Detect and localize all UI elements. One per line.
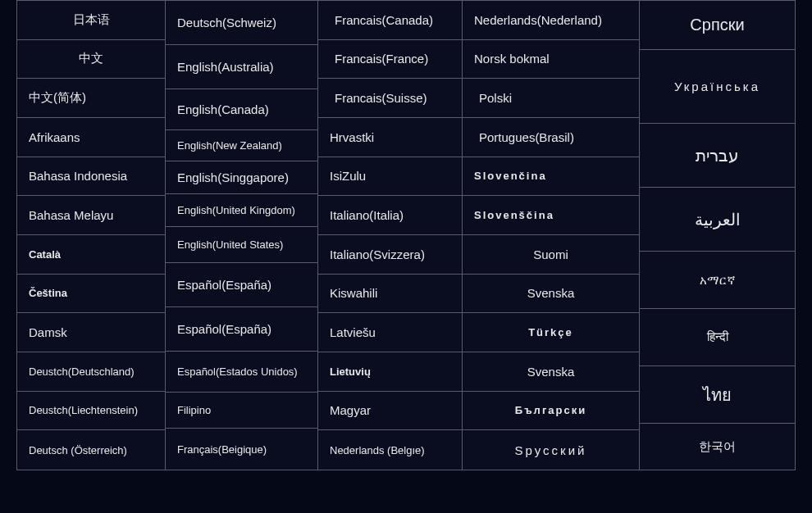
language-option[interactable]: Francais(France) — [318, 40, 462, 79]
language-option[interactable]: Français(Beigique) — [166, 429, 317, 470]
language-option[interactable]: Norsk bokmal — [463, 40, 639, 79]
language-option[interactable]: English(United States) — [166, 227, 317, 263]
language-option[interactable]: Kiswahili — [318, 275, 462, 314]
language-option[interactable]: Damsk — [17, 313, 165, 352]
language-option[interactable]: Čeština — [17, 275, 165, 314]
language-option[interactable]: Deutsch(Schweiz) — [166, 1, 317, 45]
language-option[interactable]: Filipino — [166, 393, 317, 429]
language-option[interactable]: Francais(Suisse) — [318, 79, 462, 118]
language-option[interactable]: Francais(Canada) — [318, 1, 462, 40]
language-option[interactable]: 中文(简体) — [17, 79, 165, 118]
language-column-3: Francais(Canada)Francais(France)Francais… — [318, 1, 463, 470]
language-option[interactable]: Sрусский — [463, 430, 639, 470]
language-option[interactable]: 中文 — [17, 40, 165, 79]
language-option[interactable]: English(United Kingdom) — [166, 194, 317, 227]
language-option[interactable]: Slovenčina — [463, 157, 639, 197]
language-column-4: Nederlands(Nederland)Norsk bokmalPolskiP… — [463, 1, 640, 470]
language-option[interactable]: Lietuvių — [318, 352, 462, 392]
language-option[interactable]: English(Australia) — [166, 45, 317, 89]
language-option[interactable]: Українська — [640, 50, 795, 124]
language-option[interactable]: Español(España) — [166, 263, 317, 307]
language-option[interactable]: Türkçe — [463, 313, 639, 352]
language-option[interactable]: Bahasa Indonesia — [17, 157, 165, 197]
language-option[interactable]: Italiano(Svizzera) — [318, 235, 462, 275]
language-option[interactable]: Català — [17, 235, 165, 275]
language-option[interactable]: Español(Estados Unidos) — [166, 352, 317, 393]
language-column-2: Deutsch(Schweiz)English(Australia)Englis… — [166, 1, 318, 470]
language-option[interactable]: Deutsch (Österreich) — [17, 430, 165, 470]
language-option[interactable]: Svenska — [463, 352, 639, 392]
language-option[interactable]: العربية — [640, 188, 795, 252]
language-option[interactable]: Svenska — [463, 275, 639, 314]
language-option[interactable]: Latviešu — [318, 313, 462, 352]
language-option[interactable]: English(Canada) — [166, 89, 317, 130]
language-selection-panel: 日本语中文中文(简体)AfrikaansBahasa IndonesiaBaha… — [0, 0, 812, 470]
language-option[interactable]: ไทย — [640, 366, 795, 424]
language-option[interactable]: Magyar — [318, 392, 462, 431]
language-option[interactable]: Suomi — [463, 235, 639, 275]
language-option[interactable]: Español(España) — [166, 307, 317, 352]
language-option[interactable]: Bahasa Melayu — [17, 196, 165, 235]
language-column-5: СрпскиУкраїнськаעבריתالعربيةአማርኛहिन्दीไท… — [640, 1, 795, 470]
language-option[interactable]: עברית — [640, 124, 795, 188]
language-column-1: 日本语中文中文(简体)AfrikaansBahasa IndonesiaBaha… — [17, 1, 166, 470]
language-option[interactable]: Afrikaans — [17, 118, 165, 157]
language-option[interactable]: Slovenščina — [463, 196, 639, 235]
language-option[interactable]: IsiZulu — [318, 157, 462, 197]
language-grid: 日本语中文中文(简体)AfrikaansBahasa IndonesiaBaha… — [16, 0, 796, 470]
language-option[interactable]: Nederlands(Nederland) — [463, 1, 639, 40]
language-option[interactable]: Deustch(Liechtenstein) — [17, 392, 165, 431]
language-option[interactable]: Deustch(Deutschland) — [17, 352, 165, 392]
language-option[interactable]: አማርኛ — [640, 252, 795, 309]
language-option[interactable]: Hrvastki — [318, 118, 462, 157]
language-option[interactable]: Portugues(Brasil) — [463, 118, 639, 157]
language-option[interactable]: Nederlands (Belgıe) — [318, 430, 462, 470]
language-option[interactable]: Italiano(Italia) — [318, 196, 462, 235]
language-option[interactable]: 日本语 — [17, 1, 165, 40]
language-option[interactable]: Polski — [463, 79, 639, 118]
language-option[interactable]: Српски — [640, 1, 795, 50]
language-option[interactable]: English(New Zealand) — [166, 130, 317, 161]
language-option[interactable]: Български — [463, 392, 639, 431]
language-option[interactable]: English(Singgapore) — [166, 161, 317, 194]
language-option[interactable]: हिन्दी — [640, 309, 795, 366]
language-option[interactable]: 한국어 — [640, 424, 795, 470]
